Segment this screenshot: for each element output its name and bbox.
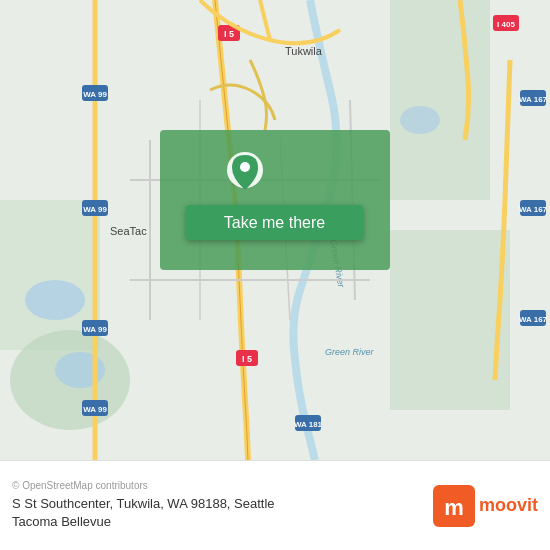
svg-text:WA 167: WA 167 — [519, 95, 548, 104]
location-name-secondary: Tacoma Bellevue — [12, 514, 111, 529]
svg-text:WA 167: WA 167 — [519, 205, 548, 214]
svg-point-7 — [400, 106, 440, 134]
location-name-primary: S St Southcenter, Tukwila, WA 98188, Sea… — [12, 496, 275, 511]
moovit-logo-icon: m — [433, 485, 475, 527]
svg-point-5 — [25, 280, 85, 320]
map-container: I 5 I 5 I 5 WA 99 WA 99 WA 99 WA 99 I 40… — [0, 0, 550, 460]
bottom-left: © OpenStreetMap contributors S St Southc… — [12, 480, 433, 531]
svg-text:I 5: I 5 — [242, 354, 252, 364]
svg-text:Tukwila: Tukwila — [285, 45, 323, 57]
svg-point-44 — [240, 162, 250, 172]
moovit-brand-name: moovit — [479, 495, 538, 516]
svg-rect-1 — [390, 0, 490, 200]
location-name: S St Southcenter, Tukwila, WA 98188, Sea… — [12, 495, 433, 531]
map-attribution: © OpenStreetMap contributors — [12, 480, 433, 491]
svg-text:I 5: I 5 — [224, 29, 234, 39]
take-me-there-button[interactable]: Take me there — [186, 205, 363, 240]
svg-text:SeaTac: SeaTac — [110, 225, 147, 237]
svg-text:WA 167: WA 167 — [519, 315, 548, 324]
svg-text:Green River: Green River — [325, 347, 375, 357]
svg-text:I 405: I 405 — [497, 20, 515, 29]
svg-text:WA 99: WA 99 — [83, 90, 107, 99]
svg-rect-2 — [390, 230, 510, 410]
bottom-bar: © OpenStreetMap contributors S St Southc… — [0, 460, 550, 550]
svg-text:WA 181: WA 181 — [294, 420, 323, 429]
svg-text:WA 99: WA 99 — [83, 325, 107, 334]
moovit-logo: m moovit — [433, 485, 538, 527]
svg-text:WA 99: WA 99 — [83, 205, 107, 214]
svg-rect-42 — [160, 130, 390, 270]
svg-text:m: m — [444, 495, 464, 520]
svg-text:WA 99: WA 99 — [83, 405, 107, 414]
